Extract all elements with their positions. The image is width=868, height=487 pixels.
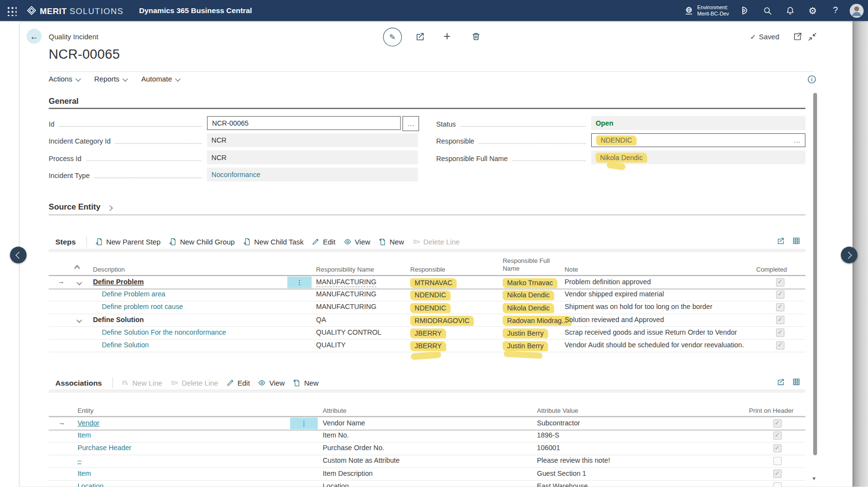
- menu-automate[interactable]: Automate: [141, 75, 180, 83]
- steps-share-icon[interactable]: [777, 237, 785, 247]
- association-attribute-value[interactable]: Guest Section 1: [537, 470, 586, 477]
- association-row-4[interactable]: – Custom Note as Attribute Please review…: [49, 455, 805, 468]
- dynamics-apps-icon[interactable]: [736, 2, 753, 19]
- association-row-3[interactable]: Purchase Header Purchase Order No. 10600…: [49, 442, 805, 455]
- step-responsible[interactable]: NDENDIC: [410, 291, 451, 301]
- step-note[interactable]: Solution reviewed and Approved: [565, 316, 664, 324]
- column-print-on-header[interactable]: Print on Header: [749, 407, 794, 414]
- association-entity[interactable]: –: [78, 457, 82, 465]
- association-entity[interactable]: Item: [78, 470, 91, 477]
- steps-open-in-excel-icon[interactable]: [792, 237, 801, 247]
- steps-row-3[interactable]: Define problem root cause MANUFACTURING …: [49, 301, 805, 314]
- new-parent-step-button[interactable]: New Parent Step: [95, 238, 161, 246]
- source-entity-section-heading[interactable]: Source Entity: [49, 202, 113, 211]
- notifications-icon[interactable]: [782, 2, 798, 19]
- step-description[interactable]: Define problem root cause: [102, 303, 183, 311]
- associations-new-line-button[interactable]: New Line: [121, 379, 163, 387]
- step-responsibility[interactable]: QA: [316, 316, 326, 324]
- step-responsible[interactable]: RMIODRAGOVIC: [410, 316, 474, 326]
- row-options-button[interactable]: ⋮: [290, 418, 318, 429]
- association-attribute-value[interactable]: 1896-S: [537, 431, 559, 439]
- steps-row-5[interactable]: Define Solution For the nonconformance Q…: [49, 326, 805, 340]
- association-entity[interactable]: Vendor: [78, 419, 100, 427]
- steps-row-6[interactable]: Define Solution QUALITY JBERRY Justin Be…: [49, 339, 805, 352]
- new-child-group-button[interactable]: New Child Group: [169, 238, 235, 246]
- step-description[interactable]: Define Problem: [93, 278, 144, 286]
- associations-open-in-excel-icon[interactable]: [792, 378, 801, 389]
- steps-new-button[interactable]: New: [379, 238, 404, 246]
- association-entity[interactable]: Location: [78, 482, 104, 487]
- step-note[interactable]: Vendor Audit should be scheduled for ven…: [565, 341, 744, 349]
- steps-row-4[interactable]: Define Solution QA RMIODRAGOVIC Radovan …: [49, 314, 805, 327]
- previous-record-button[interactable]: [10, 247, 27, 263]
- id-input[interactable]: NCR-00065: [207, 116, 401, 130]
- step-description[interactable]: Define Solution For the nonconformance: [102, 328, 226, 336]
- associations-new-button[interactable]: New: [293, 379, 318, 387]
- step-responsibility[interactable]: MANUFACTURING: [316, 303, 376, 311]
- settings-gear-icon[interactable]: ⚙: [804, 2, 821, 19]
- step-note[interactable]: Problem definition approved: [565, 278, 651, 286]
- step-description[interactable]: Define Solution: [93, 316, 144, 324]
- edit-button[interactable]: ✎: [383, 28, 402, 47]
- back-button[interactable]: ←: [27, 29, 42, 44]
- column-attribute-value[interactable]: Attribute Value: [537, 407, 578, 414]
- association-row-6[interactable]: Location Location East Warehouse: [49, 480, 805, 487]
- step-responsibility[interactable]: MANUFACTURING: [316, 291, 376, 298]
- steps-view-button[interactable]: View: [344, 238, 370, 246]
- column-responsible-full-name[interactable]: Responsible Full Name: [502, 258, 553, 273]
- environment-indicator[interactable]: Environment: Merit-BC-Dev: [684, 4, 729, 17]
- column-completed[interactable]: Completed: [756, 266, 787, 273]
- step-responsible[interactable]: JBERRY: [410, 341, 446, 352]
- open-in-new-window-icon[interactable]: [793, 32, 802, 44]
- id-assist-edit-button[interactable]: …: [402, 116, 419, 131]
- step-note[interactable]: Scrap received goods and issue Return Or…: [565, 328, 737, 336]
- app-launcher-icon[interactable]: [6, 5, 17, 16]
- step-responsibility[interactable]: MANUFACTURING: [316, 278, 376, 287]
- search-icon[interactable]: [759, 2, 775, 19]
- general-section-heading[interactable]: General: [49, 97, 79, 106]
- info-icon[interactable]: [807, 75, 817, 86]
- association-attribute-value[interactable]: 106001: [537, 444, 560, 452]
- responsible-input[interactable]: NDENDIC …: [591, 133, 805, 147]
- incident-type-value[interactable]: Noconformance: [207, 168, 417, 182]
- steps-delete-line-button[interactable]: Delete Line: [412, 238, 460, 246]
- new-child-task-button[interactable]: New Child Task: [243, 238, 304, 246]
- step-note[interactable]: Vendor shipped expired material: [565, 291, 664, 298]
- steps-edit-button[interactable]: Edit: [312, 238, 335, 246]
- association-attribute[interactable]: Item No.: [323, 431, 349, 439]
- column-entity[interactable]: Entity: [78, 407, 94, 414]
- associations-delete-line-button[interactable]: Delete Line: [170, 379, 218, 387]
- menu-actions[interactable]: Actions: [49, 75, 80, 83]
- user-avatar[interactable]: [850, 3, 864, 17]
- scroll-down-arrow-icon[interactable]: ▼: [812, 476, 817, 481]
- step-responsibility[interactable]: QUALITY: [316, 341, 346, 349]
- association-row-5[interactable]: Item Item Description Guest Section 1: [49, 468, 805, 481]
- steps-row-2[interactable]: Define Problem area MANUFACTURING NDENDI…: [49, 288, 805, 301]
- association-row-2[interactable]: Item Item No. 1896-S: [49, 429, 805, 442]
- association-attribute[interactable]: Purchase Order No.: [323, 444, 384, 452]
- step-responsible[interactable]: MTRNAVAC: [410, 278, 457, 289]
- next-record-button[interactable]: [841, 247, 857, 263]
- association-entity[interactable]: Item: [78, 431, 91, 439]
- vertical-scrollbar[interactable]: [813, 93, 817, 455]
- associations-view-button[interactable]: View: [258, 379, 285, 387]
- step-responsible[interactable]: JBERRY: [410, 328, 446, 339]
- association-attribute[interactable]: Location: [323, 482, 349, 487]
- association-entity[interactable]: Purchase Header: [78, 444, 132, 452]
- association-attribute[interactable]: Custom Note as Attribute: [323, 457, 400, 465]
- share-button[interactable]: [415, 32, 425, 44]
- new-record-button[interactable]: +: [443, 29, 451, 44]
- step-description[interactable]: Define Problem area: [102, 291, 166, 298]
- column-attribute[interactable]: Attribute: [323, 407, 347, 414]
- step-description[interactable]: Define Solution: [102, 341, 149, 349]
- delete-button[interactable]: [471, 32, 481, 44]
- column-description[interactable]: Description: [93, 266, 125, 273]
- responsible-lookup-ellipsis[interactable]: …: [794, 136, 801, 144]
- column-note[interactable]: Note: [565, 266, 578, 273]
- collapse-page-icon[interactable]: [808, 32, 817, 44]
- step-note[interactable]: Shipment was on hold for too long on the…: [565, 303, 712, 311]
- association-attribute-value[interactable]: Subcontractor: [537, 419, 580, 427]
- association-attribute[interactable]: Item Description: [323, 470, 373, 477]
- column-responsibility-name[interactable]: Responsibility Name: [316, 266, 374, 273]
- help-icon[interactable]: ?: [827, 2, 844, 19]
